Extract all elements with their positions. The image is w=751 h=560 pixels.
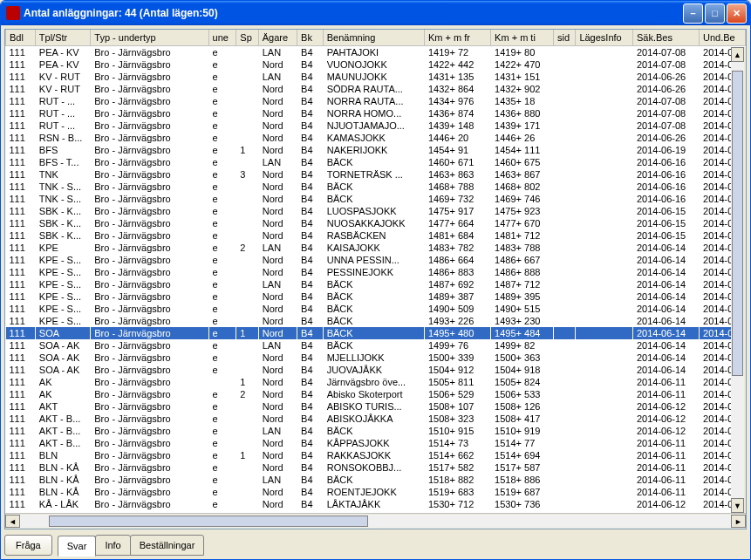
cell-sp	[236, 181, 258, 193]
table-row[interactable]: 111SBK - K...Bro - JärnvägsbroeNordB4NUO…	[6, 217, 746, 229]
table-row[interactable]: 111BLNBro - Järnvägsbroe1NordB4RAKKASJOK…	[6, 449, 746, 461]
scroll-down-icon[interactable]: ▼	[731, 498, 744, 513]
table-row[interactable]: 111PEA - KVBro - JärnvägsbroeLANB4PAHTAJ…	[6, 45, 746, 58]
column-header[interactable]: LägesInfo	[576, 30, 633, 45]
table-row[interactable]: 111KPEBro - Järnvägsbroe2LANB4KAISAJOKK1…	[6, 242, 746, 254]
cell-ben: RASBÄCKEN	[323, 229, 424, 242]
table-row[interactable]: 111AKT - B...Bro - JärnvägsbroeNordB4KÅP…	[6, 437, 746, 449]
table-row[interactable]: 111KPE - S...Bro - JärnvägsbroeLANB4BÄCK…	[6, 278, 746, 290]
cell-ben: RAKKASJOKK	[323, 449, 424, 461]
table-row[interactable]: 111AKBro - Järnvägsbro1NordB4Järnvägsbro…	[6, 376, 746, 388]
table-row[interactable]: 111SOABro - Järnvägsbroe1NordB4BÄCK1495+…	[6, 327, 746, 339]
cell-kmfr: 1481+ 684	[424, 229, 490, 242]
scroll-left-icon[interactable]: ◄	[5, 515, 20, 528]
table-row[interactable]: 111RUT - ...Bro - JärnvägsbroeNordB4NJUO…	[6, 120, 746, 132]
hscroll-thumb[interactable]	[49, 516, 369, 527]
cell-sid	[554, 461, 576, 474]
cell-bk: B4	[297, 278, 324, 290]
table-row[interactable]: 111AKBro - Järnvägsbroe2NordB4Abisko Sko…	[6, 388, 746, 400]
tab-bestallningar[interactable]: Beställningar	[130, 535, 205, 556]
cell-sak: 2014-06-15	[632, 229, 699, 242]
cell-bk: B4	[297, 425, 324, 437]
table-row[interactable]: 111KPE - S...Bro - JärnvägsbroeNordB4UNN…	[6, 254, 746, 266]
cell-lag	[576, 144, 633, 156]
table-row[interactable]: 111SBK - K...Bro - JärnvägsbroeNordB4LUO…	[6, 205, 746, 217]
table-row[interactable]: 111BFS - T...Bro - JärnvägsbroeLANB4BÄCK…	[6, 156, 746, 168]
table-row[interactable]: 111KPE - S...Bro - JärnvägsbroeNordB4PES…	[6, 266, 746, 278]
column-header[interactable]: Säk.Bes	[632, 30, 699, 45]
table-row[interactable]: 111TNK - S...Bro - JärnvägsbroeNordB4BÄC…	[6, 193, 746, 205]
cell-agare: Nord	[258, 364, 297, 376]
cell-bk: B4	[297, 400, 324, 413]
scroll-right-icon[interactable]: ►	[731, 515, 746, 528]
table-row[interactable]: 111PEA - KVBro - JärnvägsbroeNordB4VUONO…	[6, 58, 746, 71]
data-grid[interactable]: BdlTpl/StrTyp - undertypuneSpÄgareBkBenä…	[5, 30, 746, 513]
column-header[interactable]: Km + m fr	[424, 30, 490, 45]
column-header-row[interactable]: BdlTpl/StrTyp - undertypuneSpÄgareBkBenä…	[6, 30, 746, 45]
column-header[interactable]: Km + m ti	[491, 30, 554, 45]
cell-tpl: AKT	[35, 400, 90, 413]
cell-kmti: 1483+ 788	[491, 242, 554, 254]
table-row[interactable]: 111BLN - KÅBro - JärnvägsbroeLANB4BÄCK15…	[6, 474, 746, 486]
table-row[interactable]: 111KPE - S...Bro - JärnvägsbroeNordB4BÄC…	[6, 303, 746, 315]
horizontal-scrollbar[interactable]: ◄ ►	[5, 513, 746, 529]
column-header[interactable]: Bdl	[6, 30, 36, 45]
close-button[interactable]: ✕	[727, 3, 747, 24]
cell-ben: ABISKOJÅKKA	[323, 413, 424, 425]
table-row[interactable]: 111RUT - ...Bro - JärnvägsbroeNordB4NORR…	[6, 107, 746, 120]
table-row[interactable]: 111BFSBro - Järnvägsbroe1NordB4NAKERIJOK…	[6, 144, 746, 156]
tab-svar[interactable]: Svar	[58, 536, 97, 557]
window-title: Antal anläggningar: 44 (Antal lägen:50)	[24, 7, 683, 19]
column-header[interactable]: Typ - undertyp	[91, 30, 208, 45]
table-row[interactable]: 111KV - RUTBro - JärnvägsbroeNordB4SÖDRA…	[6, 83, 746, 95]
table-row[interactable]: 111TNKBro - Järnvägsbroe3NordB4TORNETRÄS…	[6, 168, 746, 181]
table-row[interactable]: 111SOA - AKBro - JärnvägsbroeNordB4MJELL…	[6, 352, 746, 364]
table-row[interactable]: 111KPE - S...Bro - JärnvägsbroeNordB4BÄC…	[6, 290, 746, 303]
column-header[interactable]: Tpl/Str	[35, 30, 90, 45]
table-row[interactable]: 111KPE - S...Bro - JärnvägsbroeNordB4BÄC…	[6, 315, 746, 327]
cell-ben: BÄCK	[323, 425, 424, 437]
table-row[interactable]: 111AKT - B...Bro - JärnvägsbroeLANB4BÄCK…	[6, 425, 746, 437]
cell-une: e	[208, 278, 236, 290]
table-row[interactable]: 111BLN - KÅBro - JärnvägsbroeNordB4RONSO…	[6, 461, 746, 474]
title-bar[interactable]: Antal anläggningar: 44 (Antal lägen:50) …	[1, 1, 750, 25]
cell-une: e	[208, 181, 236, 193]
tab-info[interactable]: Info	[95, 535, 130, 556]
table-row[interactable]: 111KÅ - LÅKBro - JärnvägsbroeNordB4LÅKTA…	[6, 498, 746, 510]
cell-sp	[236, 498, 258, 510]
cell-tpl: RUT - ...	[35, 95, 90, 107]
table-row[interactable]: 111SOA - AKBro - JärnvägsbroeLANB4BÄCK14…	[6, 339, 746, 352]
table-row[interactable]: 111AKT - B...Bro - JärnvägsbroeNordB4ABI…	[6, 413, 746, 425]
cell-sid	[554, 205, 576, 217]
minimize-button[interactable]: –	[683, 3, 703, 24]
table-row[interactable]: 111TNK - S...Bro - JärnvägsbroeNordB4BÄC…	[6, 181, 746, 193]
cell-une	[208, 376, 236, 388]
table-row[interactable]: 111AKTBro - JärnvägsbroeNordB4ABISKO TUR…	[6, 400, 746, 413]
table-row[interactable]: 111BLN - KÅBro - JärnvägsbroeNordB4ROENT…	[6, 486, 746, 498]
column-header[interactable]: une	[208, 30, 236, 45]
table-row[interactable]: 111SOA - AKBro - JärnvägsbroeNordB4JUOVA…	[6, 364, 746, 376]
column-header[interactable]: Benämning	[323, 30, 424, 45]
column-header[interactable]: Ägare	[258, 30, 297, 45]
column-header[interactable]: Und.Be	[700, 30, 746, 45]
table-row[interactable]: 111RSN - B...Bro - JärnvägsbroeNordB4KAM…	[6, 132, 746, 144]
vertical-scrollbar[interactable]: ▲ ▼	[731, 47, 746, 513]
table-row[interactable]: 111RUT - ...Bro - JärnvägsbroeNordB4NORR…	[6, 95, 746, 107]
table-row[interactable]: 111SBK - K...Bro - JärnvägsbroeNordB4RAS…	[6, 229, 746, 242]
cell-lag	[576, 474, 633, 486]
column-header[interactable]: Sp	[236, 30, 258, 45]
column-header[interactable]: Bk	[297, 30, 324, 45]
cell-tpl: KPE - S...	[35, 278, 90, 290]
vscroll-thumb[interactable]	[732, 71, 743, 376]
cell-kmfr: 1489+ 387	[424, 290, 490, 303]
cell-kmti: 1486+ 888	[491, 266, 554, 278]
fraga-button[interactable]: Fråga	[4, 535, 52, 556]
cell-lag	[576, 437, 633, 449]
column-header[interactable]: sid	[554, 30, 576, 45]
cell-kmfr: 1504+ 912	[424, 364, 490, 376]
table-row[interactable]: 111KV - RUTBro - JärnvägsbroeLANB4MAUNUJ…	[6, 71, 746, 83]
cell-une: e	[208, 352, 236, 364]
scroll-up-icon[interactable]: ▲	[731, 47, 744, 62]
cell-lag	[576, 45, 633, 58]
maximize-button[interactable]: □	[705, 3, 725, 24]
